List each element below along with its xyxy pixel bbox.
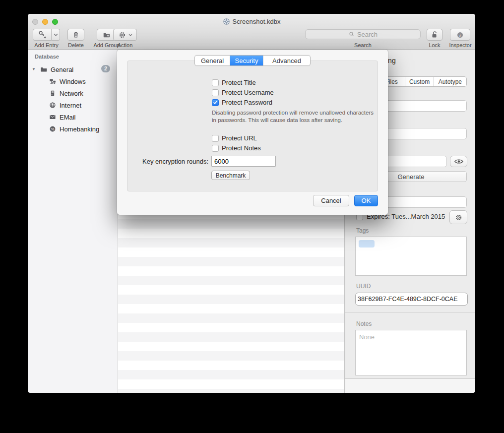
notes-label: Notes: [356, 320, 372, 327]
notes-textarea[interactable]: [355, 330, 467, 375]
sidebar-section-header: Database: [35, 54, 59, 60]
sidebar-item-label: General: [51, 66, 73, 73]
search-icon: [348, 31, 355, 38]
sidebar-item-label: Windows: [60, 78, 86, 85]
globe-icon: [49, 101, 57, 109]
inspector-tab-bar: Files Custom Autotype: [378, 76, 467, 87]
kdbx-document-icon: [223, 18, 230, 25]
chevron-down-icon: [128, 34, 132, 36]
protect-url-label: Protect URL: [222, 134, 257, 142]
protect-password-row: Protect Password: [212, 99, 272, 106]
database-settings-dialog: General Security Advanced Protect Title …: [117, 50, 388, 215]
cancel-button[interactable]: Cancel: [313, 195, 349, 206]
percent-icon: %: [49, 125, 57, 133]
key-encryption-rounds-input[interactable]: [211, 156, 276, 167]
inspector-label: Inspector: [445, 42, 475, 48]
tag-chip[interactable]: [359, 240, 375, 247]
svg-text:%: %: [51, 127, 55, 131]
uuid-field[interactable]: 38F629B7-FC4E-489C-8DCF-0CAE: [355, 293, 468, 306]
action-label: Action: [113, 42, 137, 48]
protect-title-row: Protect Title: [212, 79, 256, 86]
action-button[interactable]: [113, 29, 137, 41]
tab-security[interactable]: Security: [230, 56, 263, 65]
sidebar-item-label: Network: [60, 90, 83, 97]
protect-notes-row: Protect Notes: [212, 144, 261, 152]
chevron-down-icon: [54, 33, 58, 36]
tab-autotype[interactable]: Autotype: [434, 77, 466, 86]
window-chrome: Screenshot.kdbx Add Entry Delete Add Gro…: [28, 14, 475, 50]
search-input[interactable]: Search: [305, 29, 421, 39]
sidebar-item-internet[interactable]: Internet: [28, 100, 118, 110]
key-plus-icon: [38, 30, 47, 40]
protect-url-row: Protect URL: [212, 134, 257, 142]
network-computers-icon: [49, 77, 57, 85]
protect-password-checkbox[interactable]: [212, 99, 219, 106]
expires-settings-button[interactable]: [449, 210, 467, 224]
add-entry-label: Add Entry: [33, 42, 60, 48]
tags-box[interactable]: [355, 237, 467, 276]
dialog-tab-bar: General Security Advanced: [194, 55, 311, 66]
ok-button[interactable]: OK: [354, 195, 378, 206]
gear-icon: [454, 213, 463, 222]
reveal-password-button[interactable]: [450, 156, 467, 167]
delete-label: Delete: [59, 42, 93, 48]
password-protection-warning: Disabling password protection will remov…: [212, 109, 377, 124]
tab-custom[interactable]: Custom: [405, 77, 433, 86]
envelope-icon: [49, 113, 57, 121]
tab-general[interactable]: General: [195, 56, 230, 65]
sidebar-item-windows[interactable]: Windows: [28, 76, 118, 86]
sidebar-item-label: Internet: [60, 102, 81, 109]
protect-password-label: Protect Password: [222, 99, 272, 106]
search-placeholder: Search: [357, 31, 378, 38]
lock-label: Lock: [420, 42, 449, 48]
sidebar-item-email[interactable]: EMail: [28, 112, 118, 122]
entry-count-badge: 2: [101, 65, 110, 72]
folder-icon: [40, 65, 48, 73]
sidebar: Database ▼ General 2 Windows Network Int…: [28, 50, 118, 393]
protect-url-checkbox[interactable]: [212, 135, 219, 142]
sidebar-item-homebanking[interactable]: % Homebanking: [28, 124, 118, 134]
sidebar-item-network[interactable]: Network: [28, 88, 118, 98]
inspector-bottom-bar: [345, 378, 475, 393]
desktop-background: Screenshot.kdbx Add Entry Delete Add Gro…: [0, 0, 504, 433]
server-icon: [49, 89, 57, 97]
inspector-button[interactable]: i: [450, 29, 470, 41]
uuid-value: 38F629B7-FC4E-489C-8DCF-0CAE: [358, 296, 457, 303]
lock-button[interactable]: [427, 29, 442, 41]
tab-advanced[interactable]: Advanced: [263, 56, 310, 65]
search-label: Search: [305, 42, 421, 48]
protect-username-checkbox[interactable]: [212, 89, 219, 96]
uuid-label: UUID: [356, 283, 371, 290]
add-entry-dropdown-button[interactable]: [52, 29, 60, 41]
protect-username-label: Protect Username: [222, 89, 274, 96]
info-icon: i: [456, 31, 464, 39]
lock-open-icon: [430, 30, 439, 39]
benchmark-button[interactable]: Benchmark: [211, 171, 250, 180]
protect-title-checkbox[interactable]: [212, 79, 219, 86]
folder-plus-icon: [102, 30, 111, 40]
eye-icon: [454, 158, 464, 165]
window-title: Screenshot.kdbx: [28, 18, 475, 25]
protect-notes-label: Protect Notes: [222, 144, 261, 152]
add-entry-button[interactable]: [33, 29, 52, 41]
tags-label: Tags: [356, 227, 369, 234]
divider: [345, 312, 475, 313]
protect-notes-checkbox[interactable]: [212, 145, 219, 152]
sidebar-item-label: Homebanking: [60, 125, 99, 133]
delete-button[interactable]: [67, 29, 84, 41]
protect-title-label: Protect Title: [222, 79, 256, 86]
rounds-label: Key encryption rounds:: [132, 158, 208, 165]
protect-username-row: Protect Username: [212, 89, 274, 96]
trash-icon: [71, 30, 80, 39]
sidebar-item-label: EMail: [60, 114, 76, 121]
app-window: Screenshot.kdbx Add Entry Delete Add Gro…: [28, 14, 475, 393]
gear-icon: [118, 31, 126, 39]
